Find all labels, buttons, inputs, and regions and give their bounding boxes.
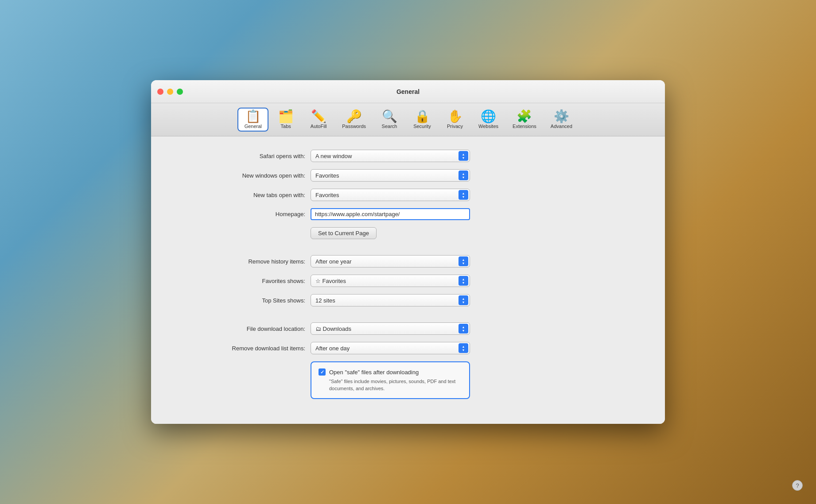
tab-advanced-label: Advanced [551,124,572,129]
top-sites-label: Top Sites shows: [169,297,311,304]
tab-privacy-label: Privacy [447,124,463,129]
favorites-shows-select-wrapper: ☆ Favorites [311,275,470,287]
minimize-button[interactable] [167,89,173,95]
safari-opens-row: Safari opens with: A new window [169,150,647,162]
websites-icon: 🌐 [481,110,496,123]
new-tabs-label: New tabs open with: [169,192,311,198]
tab-privacy[interactable]: ✋ Privacy [439,108,470,132]
remove-history-label: Remove history items: [169,258,311,265]
remove-history-select[interactable]: After one year [311,255,470,268]
remove-download-label: Remove download list items: [169,345,311,352]
remove-history-row: Remove history items: After one year [169,255,647,268]
safari-opens-select-wrapper: A new window [311,150,470,162]
top-sites-select-wrapper: 12 sites [311,294,470,306]
general-icon: 📋 [245,110,261,123]
top-sites-row: Top Sites shows: 12 sites [169,294,647,306]
new-tabs-select-wrapper: Favorites [311,189,470,201]
window-controls [157,89,183,95]
help-button[interactable]: ? [792,480,803,491]
file-download-label: File download location: [169,326,311,332]
favorites-shows-label: Favorites shows: [169,278,311,284]
open-safe-files-row: Open "safe" files after downloading "Saf… [169,361,647,399]
open-safe-files-section: Open "safe" files after downloading "Saf… [311,361,470,399]
tabs-icon: 🗂️ [278,110,294,123]
set-current-control: Set to Current Page [311,227,470,239]
remove-download-select-wrapper: After one day [311,342,470,354]
homepage-row: Homepage: [169,208,647,220]
advanced-icon: ⚙️ [554,110,569,123]
file-download-select-wrapper: 🗂 Downloads [311,322,470,335]
tab-websites[interactable]: 🌐 Websites [472,108,505,132]
window-title: General [396,88,420,95]
tab-autofill-label: AutoFill [311,124,327,129]
homepage-control [311,208,470,220]
tab-general-label: General [245,124,262,129]
file-download-control: 🗂 Downloads [311,322,470,335]
tab-autofill[interactable]: ✏️ AutoFill [303,108,334,132]
safari-opens-select[interactable]: A new window [311,150,470,162]
tab-tabs-label: Tabs [281,124,291,129]
titlebar: General [151,80,665,103]
tab-general[interactable]: 📋 General [237,108,268,132]
new-windows-select[interactable]: Favorites [311,169,470,182]
remove-download-select[interactable]: After one day [311,342,470,354]
new-windows-label: New windows open with: [169,172,311,179]
favorites-shows-row: Favorites shows: ☆ Favorites [169,275,647,287]
security-icon: 🔒 [415,110,430,123]
search-icon: 🔍 [382,110,397,123]
tab-security-label: Security [413,124,431,129]
top-sites-select[interactable]: 12 sites [311,294,470,306]
homepage-label: Homepage: [169,211,311,217]
safari-opens-control: A new window [311,150,470,162]
remove-download-control: After one day [311,342,470,354]
open-safe-files-control: Open "safe" files after downloading "Saf… [311,361,470,399]
passwords-icon: 🔑 [346,110,362,123]
tab-tabs[interactable]: 🗂️ Tabs [270,108,301,132]
set-current-row: Set to Current Page [169,227,647,239]
new-windows-row: New windows open with: Favorites [169,169,647,182]
top-sites-control: 12 sites [311,294,470,306]
open-safe-files-label: Open "safe" files after downloading [329,369,419,376]
tab-search[interactable]: 🔍 Search [374,108,405,132]
tab-security[interactable]: 🔒 Security [407,108,438,132]
new-windows-select-wrapper: Favorites [311,169,470,182]
open-safe-files-description: "Safe" files include movies, pictures, s… [329,378,462,392]
new-windows-control: Favorites [311,169,470,182]
remove-history-select-wrapper: After one year [311,255,470,268]
favorites-shows-select[interactable]: ☆ Favorites [311,275,470,287]
autofill-icon: ✏️ [311,110,326,123]
new-tabs-row: New tabs open with: Favorites [169,189,647,201]
maximize-button[interactable] [177,89,183,95]
new-tabs-control: Favorites [311,189,470,201]
open-safe-files-checkbox[interactable] [319,368,326,376]
extensions-icon: 🧩 [517,110,532,123]
remove-download-row: Remove download list items: After one da… [169,342,647,354]
file-download-select[interactable]: 🗂 Downloads [311,322,470,335]
tab-advanced[interactable]: ⚙️ Advanced [544,108,579,132]
open-safe-files-checkbox-row: Open "safe" files after downloading [319,368,462,376]
tab-search-label: Search [382,124,397,129]
tab-extensions-label: Extensions [513,124,536,129]
safari-opens-label: Safari opens with: [169,153,311,159]
preferences-window: General 📋 General 🗂️ Tabs ✏️ AutoFill 🔑 … [151,80,665,424]
new-tabs-select[interactable]: Favorites [311,189,470,201]
tab-extensions[interactable]: 🧩 Extensions [506,108,543,132]
tab-passwords-label: Passwords [342,124,366,129]
favorites-shows-control: ☆ Favorites [311,275,470,287]
tab-passwords[interactable]: 🔑 Passwords [336,108,372,132]
file-download-row: File download location: 🗂 Downloads [169,322,647,335]
content-area: Safari opens with: A new window New wind… [151,136,665,424]
close-button[interactable] [157,89,163,95]
toolbar: 📋 General 🗂️ Tabs ✏️ AutoFill 🔑 Password… [151,103,665,136]
tab-websites-label: Websites [478,124,498,129]
privacy-icon: ✋ [447,110,463,123]
homepage-input[interactable] [311,208,470,220]
set-current-page-button[interactable]: Set to Current Page [311,227,377,239]
remove-history-control: After one year [311,255,470,268]
